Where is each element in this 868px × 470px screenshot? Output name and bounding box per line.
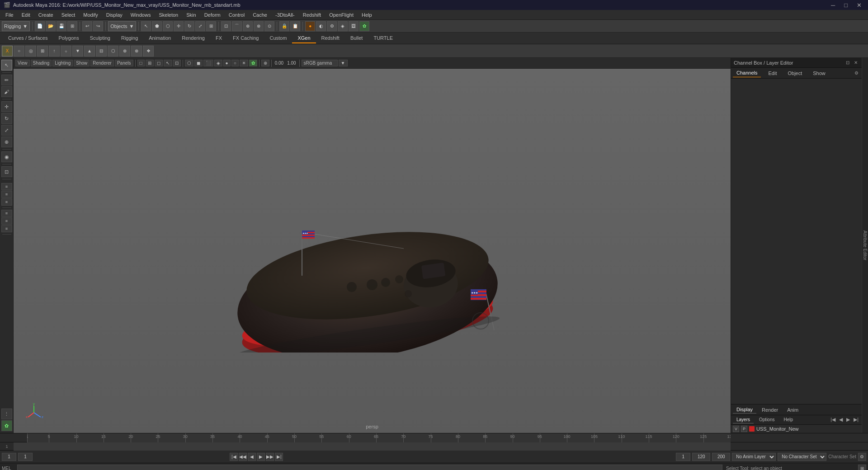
ipr-btn[interactable]: ◐ [316, 21, 326, 31]
attribute-editor-tab[interactable]: Attribute Editor [862, 58, 868, 433]
layer-name[interactable]: USS_Monitor_New [756, 426, 860, 432]
tab-anim[interactable]: Anim [783, 406, 802, 414]
layer-btn-2[interactable]: ≡ [1, 191, 12, 198]
shelf-icon-10[interactable]: ⬡ [108, 46, 118, 56]
save-scene-btn[interactable]: 💾 [57, 21, 66, 31]
new-scene-btn[interactable]: 📄 [35, 21, 45, 31]
minimize-button[interactable]: ─ [828, 2, 838, 9]
xgen-btn[interactable]: ✿ [359, 21, 369, 31]
menu-skin[interactable]: Skin [183, 11, 199, 19]
menu-select[interactable]: Select [58, 11, 79, 19]
layer-btn-5[interactable]: ≡ [1, 217, 12, 225]
shelf-icon-12[interactable]: ⊗ [131, 46, 142, 56]
vp-icon-10[interactable]: ● [223, 60, 231, 66]
vp-icon-2[interactable]: ⊞ [146, 60, 154, 66]
render-view-btn[interactable]: 🖼 [349, 21, 359, 31]
vp-icon-6[interactable]: ⬡ [185, 60, 193, 66]
transform-btn[interactable]: ⊞ [206, 21, 216, 31]
vp-icon-3[interactable]: ◻ [155, 60, 163, 66]
vp-icon-4[interactable]: ↖ [164, 60, 172, 66]
range-end-input[interactable] [712, 453, 730, 461]
play-forward-btn[interactable]: ▶ [257, 453, 265, 461]
layer-btn-3[interactable]: ≡ [1, 198, 12, 206]
layer-vis-v[interactable]: V [733, 426, 739, 432]
vp-icon-14[interactable]: ⊕ [261, 60, 269, 66]
mel-input[interactable] [17, 465, 722, 470]
layer-forward-btn[interactable]: ▶ [845, 416, 851, 423]
tab-channels[interactable]: Channels [733, 69, 761, 77]
tab-redshift[interactable]: Redshift [316, 33, 345, 43]
anim-preferences-btn[interactable]: ⚙ [858, 453, 866, 461]
select-mode-btn[interactable]: ↖ [1, 60, 12, 70]
scale-btn[interactable]: ⤢ [195, 21, 205, 31]
step-back-btn[interactable]: ◀◀ [239, 453, 247, 461]
layer-btn-1[interactable]: ≡ [1, 183, 12, 190]
snap-live-btn[interactable]: ⊙ [264, 21, 274, 31]
menu-modify[interactable]: Modify [80, 11, 101, 19]
select-tool-btn[interactable]: ↖ [141, 21, 151, 31]
renderer-menu-btn[interactable]: Renderer [90, 60, 114, 66]
universal-btn[interactable]: ⊕ [1, 136, 12, 147]
snap-curve-btn[interactable]: ⌒ [232, 21, 242, 31]
subtab-options[interactable]: Options [755, 416, 778, 423]
paint-btn[interactable]: ⬡ [163, 21, 173, 31]
shelf-icon-1[interactable]: X [2, 46, 13, 56]
shelf-icon-13[interactable]: ❖ [143, 46, 154, 56]
shelf-icon-9[interactable]: ⊟ [96, 46, 107, 56]
undo-btn[interactable]: ↩ [82, 21, 92, 31]
vp-icon-5[interactable]: ⊡ [173, 60, 181, 66]
menu-openflight[interactable]: OpenFlight [326, 11, 357, 19]
shelf-icon-2[interactable]: ○ [14, 46, 24, 56]
current-frame-input[interactable] [2, 453, 16, 461]
subtab-help[interactable]: Help [780, 416, 797, 423]
shelf-icon-4[interactable]: ⊞ [37, 46, 48, 56]
tab-rendering[interactable]: Rendering [176, 33, 210, 43]
timeline-track[interactable] [14, 442, 731, 451]
tab-render[interactable]: Render [758, 406, 782, 414]
timeline-ruler[interactable]: 1510152025303540455055606570758085909510… [27, 433, 731, 442]
script-editor-btn[interactable]: ⊞ [858, 465, 866, 470]
lock-btn[interactable]: 🔒 [279, 21, 289, 31]
go-end-btn[interactable]: ▶| [275, 453, 283, 461]
gamma-dropdown[interactable]: sRGB gamma [302, 60, 338, 66]
tab-rigging[interactable]: Rigging [116, 33, 143, 43]
history-btn[interactable]: 📋 [290, 21, 300, 31]
snap-point-btn[interactable]: ⊕ [243, 21, 253, 31]
shelf-icon-8[interactable]: ▲ [84, 46, 95, 56]
scale-mode-btn[interactable]: ⤢ [1, 125, 12, 136]
hypershade-btn[interactable]: ◈ [338, 21, 348, 31]
char-set-select[interactable]: No Character Set [778, 453, 826, 461]
redo-btn[interactable]: ↪ [93, 21, 103, 31]
rotate-mode-btn[interactable]: ↻ [1, 113, 12, 124]
tab-edit[interactable]: Edit [764, 69, 780, 77]
menu-display[interactable]: Display [103, 11, 126, 19]
layer-btn-6[interactable]: ≡ [1, 225, 12, 232]
view-menu-btn[interactable]: View [15, 60, 30, 66]
vp-icon-1[interactable]: □ [137, 60, 145, 66]
xgen-icon-btn[interactable]: ✿ [1, 420, 12, 431]
tab-curves-surfaces[interactable]: Curves / Surfaces [3, 33, 53, 43]
rotate-btn[interactable]: ↻ [184, 21, 194, 31]
menu-3dtall[interactable]: -3DtoAll- [272, 11, 298, 19]
tab-animation[interactable]: Animation [143, 33, 176, 43]
show-menu-btn[interactable]: Show [74, 60, 90, 66]
move-mode-btn[interactable]: ✛ [1, 101, 12, 112]
save-increment-btn[interactable]: ⊞ [67, 21, 77, 31]
shelf-icon-5[interactable]: ↑ [49, 46, 60, 56]
layer-color-swatch[interactable] [749, 426, 755, 432]
sculpt-btn[interactable]: 🖌 [1, 86, 12, 97]
layer-back-btn[interactable]: ◀ [838, 416, 844, 423]
menu-skeleton[interactable]: Skeleton [155, 11, 182, 19]
maximize-button[interactable]: □ [841, 2, 850, 9]
go-start-btn[interactable]: |◀ [230, 453, 238, 461]
render-settings-btn[interactable]: ⚙ [327, 21, 337, 31]
objects-dropdown[interactable]: Objects ▼ [108, 21, 136, 31]
vp-icon-7[interactable]: ◼ [194, 60, 203, 66]
viewport[interactable]: View Shading Lighting Show Renderer Pane… [14, 58, 731, 433]
range-start-input[interactable] [676, 453, 690, 461]
paint-mode-btn[interactable]: ✏ [1, 75, 12, 85]
titlebar-controls[interactable]: ─ □ ✕ [828, 2, 864, 9]
channel-settings-btn[interactable]: ⚙ [853, 70, 860, 76]
step-forward-btn[interactable]: ▶▶ [266, 453, 274, 461]
gamma-arrow[interactable]: ▼ [339, 60, 348, 66]
